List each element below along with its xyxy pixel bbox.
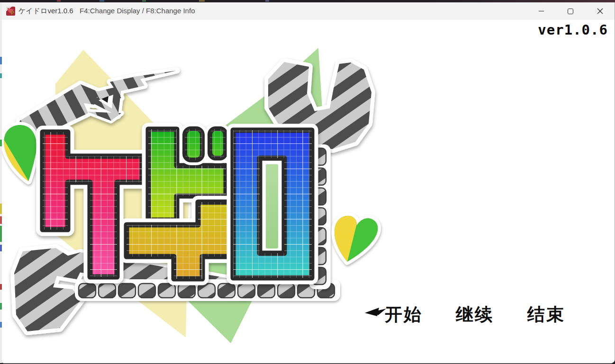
minimize-icon [539, 11, 544, 11]
close-icon [597, 8, 603, 14]
logo-letter-do [127, 129, 230, 279]
yellow-triangle [55, 50, 190, 337]
menu-cursor-icon [364, 307, 387, 318]
game-window: P ケイドロver1.0.6 F4:Change Display / F8:Ch… [0, 2, 615, 364]
sliver-pixel [57, 0, 61, 1]
version-label: ver1.0.6 [538, 22, 608, 38]
sliver-pixel [0, 322, 2, 328]
screen: P ケイドロver1.0.6 F4:Change Display / F8:Ch… [0, 0, 615, 364]
titlebar-hint: F4:Change Display / F8:Change Info [80, 7, 195, 15]
chain-horizontal [75, 279, 340, 301]
sliver-pixel [142, 0, 146, 1]
green-triangle [187, 48, 325, 343]
sliver-pixel [0, 73, 2, 78]
svg-text:P: P [11, 10, 14, 16]
sliver-pixel [0, 204, 2, 214]
ro-slot [266, 164, 278, 249]
sliver-pixel [199, 0, 205, 1]
sliver-pixel [0, 57, 2, 64]
wrench-top-right [268, 62, 371, 149]
close-button[interactable] [585, 2, 615, 20]
menu-item-continue[interactable]: 继续 [456, 303, 494, 327]
background-shapes [55, 48, 325, 343]
sliver-pixel [265, 0, 269, 1]
menu-item-end[interactable]: 结束 [527, 303, 565, 327]
logo-letters [43, 129, 312, 279]
heart-right [317, 204, 378, 262]
sliver-pixel [0, 216, 2, 224]
window-title: ケイドロver1.0.6 [18, 7, 73, 16]
minimize-button[interactable] [526, 2, 556, 20]
content-area: ケドロ [0, 20, 615, 363]
logo-letter-ro [233, 130, 312, 278]
menu-item-start[interactable]: 开始 [385, 303, 423, 327]
maximize-button[interactable] [556, 2, 585, 20]
maximize-icon [568, 9, 573, 14]
chain-vertical [309, 144, 331, 289]
sliver-pixel [0, 226, 2, 242]
sliver-pixel [99, 0, 104, 1]
titlebar: P ケイドロver1.0.6 F4:Change Display / F8:Ch… [0, 2, 615, 20]
logo-letter-ke [43, 132, 142, 277]
app-icon: P [6, 7, 15, 16]
background-window-top-sliver [0, 0, 615, 2]
main-menu: 开始 继续 结束 [0, 303, 615, 331]
sliver-pixel [0, 303, 2, 310]
background-window-left-sliver [0, 2, 2, 363]
sliver-pixel [0, 140, 2, 146]
sliver-pixel [0, 284, 2, 290]
lightning-arrow [15, 71, 177, 142]
dakuten-marks [185, 129, 226, 160]
heart-left [0, 125, 36, 184]
sliver-pixel [0, 245, 2, 251]
